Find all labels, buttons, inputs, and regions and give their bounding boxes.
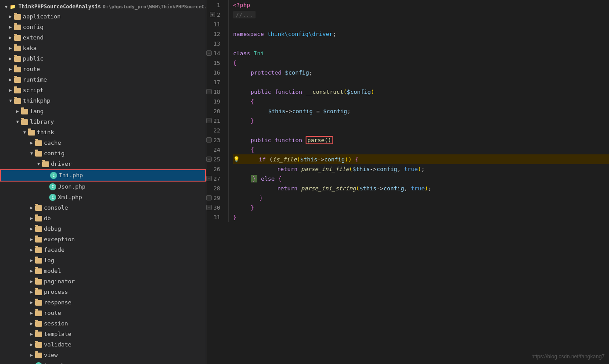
arrow-validate: [28, 340, 35, 349]
sidebar-item-debug[interactable]: debug: [0, 224, 206, 234]
fold-icon-23[interactable]: -: [206, 137, 212, 143]
folder-icon-route2: [35, 310, 42, 316]
arrow-paginator: [28, 277, 35, 286]
token-config-prop-25: config: [324, 156, 345, 163]
sidebar-item-template[interactable]: template: [0, 329, 206, 339]
sidebar-item-driver[interactable]: driver: [0, 159, 206, 169]
sidebar-item-runtime[interactable]: runtime: [0, 75, 206, 85]
token-true-26: true: [404, 166, 418, 172]
file-tree[interactable]: 📁 ThinkPHPSourceCodeAnalysis D:\phpstudy…: [0, 0, 206, 364]
label-think: think: [37, 128, 54, 137]
sidebar-item-db[interactable]: db: [0, 213, 206, 224]
sidebar-item-response[interactable]: response: [0, 297, 206, 308]
label-console: console: [44, 203, 68, 212]
sidebar-item-facade[interactable]: facade: [0, 245, 206, 255]
sidebar-item-view[interactable]: view: [0, 350, 206, 360]
fold-icon-2[interactable]: +: [210, 12, 215, 17]
line-num-29: - 29: [206, 193, 224, 203]
label-process: process: [44, 288, 68, 296]
watermark: https://blog.csdn.net/fangkang7: [531, 353, 605, 360]
folder-icon-think: [28, 130, 35, 136]
folder-icon-config-folder: [35, 151, 42, 157]
sidebar-item-cache[interactable]: cache: [0, 138, 206, 148]
sidebar-item-model[interactable]: model: [0, 266, 206, 276]
label-library: library: [30, 118, 54, 126]
sidebar-item-ini-php[interactable]: C Ini.php: [0, 169, 206, 182]
sidebar-item-paginator[interactable]: paginator: [0, 276, 206, 287]
sidebar-item-thinkphp[interactable]: thinkphp: [0, 96, 206, 106]
line-num-2: + 2: [206, 10, 224, 19]
folder-icon-config: [14, 25, 21, 30]
sidebar-item-think[interactable]: think: [0, 127, 206, 138]
code-line-25: 💡 if ( is_file ( $this -> config )) {: [233, 154, 609, 164]
label-extend: extend: [23, 33, 43, 42]
sidebar-item-extend[interactable]: extend: [0, 32, 206, 43]
sidebar-item-json-php[interactable]: C Json.php: [0, 182, 206, 192]
arrow-public: [7, 54, 14, 63]
folder-icon-public: [14, 56, 21, 62]
sidebar-item-route[interactable]: route: [0, 64, 206, 75]
token-paren-25b: )): [345, 156, 352, 163]
sidebar-item-log[interactable]: log: [0, 255, 206, 266]
label-lang: lang: [30, 107, 43, 116]
sidebar-item-app-php[interactable]: C App.php: [0, 360, 206, 364]
sidebar-item-public[interactable]: public: [0, 54, 206, 64]
token-brace-27b: {: [278, 175, 281, 182]
token-brace-30: }: [251, 204, 254, 211]
token-parse: parse(): [306, 136, 333, 144]
arrow-route: [7, 65, 14, 74]
label-db: db: [44, 214, 51, 223]
line-numbers: 1 + 2 11 12 13 - 14: [206, 0, 229, 222]
token-php-open: <?php: [233, 2, 250, 8]
folder-icon-runtime: [14, 77, 21, 83]
line-num-15: 15: [206, 58, 224, 68]
token-comment-fold: //...: [233, 11, 256, 18]
token-this-20: $this: [268, 108, 285, 114]
sidebar-item-xml-php[interactable]: C Xml.php: [0, 192, 206, 203]
sidebar-item-library[interactable]: library: [0, 117, 206, 127]
sidebar-item-script[interactable]: script: [0, 85, 206, 96]
code-line-18: public function __construct ( $config ): [233, 87, 609, 96]
fold-icon-14[interactable]: -: [206, 50, 212, 56]
sidebar-item-config-folder[interactable]: config: [0, 148, 206, 159]
token-paren-28b: ): [425, 185, 428, 192]
token-return-26: return: [277, 166, 298, 172]
fold-icon-29[interactable]: -: [206, 195, 212, 200]
token-protected: protected: [251, 69, 281, 76]
project-path: D:\phpstudy_pro\WWW\ThinkPHPSourceC...: [103, 4, 206, 10]
root-arrow[interactable]: [3, 4, 10, 9]
sidebar-item-application[interactable]: application: [0, 11, 206, 22]
fold-icon-30[interactable]: -: [206, 205, 212, 210]
fold-icon-18[interactable]: -: [206, 89, 212, 94]
label-config-folder: config: [44, 149, 65, 158]
code-line-20: $this -> config = $config ;: [233, 106, 609, 116]
arrow-log: [28, 256, 35, 265]
line-num-30: - 30: [206, 203, 224, 212]
fold-icon-27[interactable]: -: [206, 176, 212, 181]
sidebar-item-config[interactable]: config: [0, 22, 206, 32]
code-line-2: //...: [233, 10, 609, 19]
arrow-config-folder: [28, 149, 35, 158]
token-paren-18b: ): [371, 89, 375, 95]
token-if: if: [259, 156, 266, 163]
folder-icon-facade: [35, 247, 42, 253]
sidebar-item-console[interactable]: console: [0, 203, 206, 213]
sidebar-item-lang[interactable]: lang: [0, 106, 206, 117]
sidebar-item-kaka[interactable]: kaka: [0, 43, 206, 54]
sidebar-item-exception[interactable]: exception: [0, 234, 206, 245]
label-debug: debug: [44, 225, 61, 233]
sidebar-item-route2[interactable]: route: [0, 308, 206, 318]
token-function-23: function: [274, 137, 302, 143]
token-brace-19: {: [251, 98, 254, 105]
project-root: 📁 ThinkPHPSourceCodeAnalysis D:\phpstudy…: [0, 2, 206, 11]
fold-icon-25[interactable]: -: [206, 157, 212, 162]
sidebar-item-process[interactable]: process: [0, 287, 206, 297]
line-num-25: - 25: [206, 154, 224, 164]
token-parse-ini-string: parse_ini_string: [301, 185, 356, 192]
code-editor[interactable]: 1 + 2 11 12 13 - 14: [206, 0, 609, 364]
token-brace-24: {: [251, 146, 254, 153]
sidebar-item-session[interactable]: session: [0, 318, 206, 329]
sidebar-item-validate[interactable]: validate: [0, 339, 206, 350]
folder-icon-session: [35, 321, 42, 327]
fold-icon-21[interactable]: -: [206, 118, 212, 123]
